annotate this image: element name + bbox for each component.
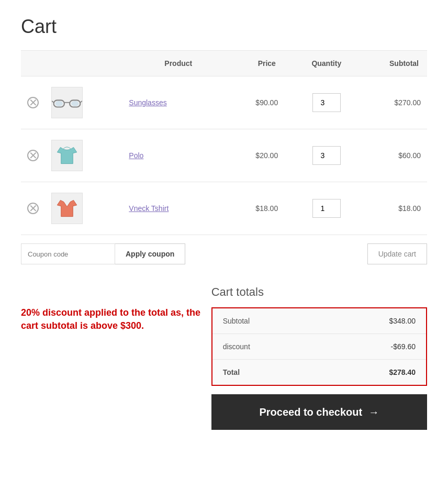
- quantity-input-sunglasses[interactable]: [312, 93, 341, 112]
- table-row: ✕ Polo $20.00 $60.00: [21, 129, 427, 182]
- discount-label: discount: [223, 342, 250, 351]
- table-row: ✕ Vneck Tshirt $18.00 $18.00: [21, 182, 427, 235]
- coupon-input[interactable]: [21, 243, 115, 264]
- price-cell-sunglasses: $90.00: [240, 76, 294, 129]
- col-product-header: Product: [122, 51, 240, 76]
- total-value: $278.40: [389, 368, 416, 376]
- subtotal-cell-sunglasses: $270.00: [359, 76, 427, 129]
- page-title: Cart: [21, 16, 427, 38]
- table-header-row: Product Price Quantity Subtotal: [21, 51, 427, 76]
- checkout-arrow: →: [368, 406, 379, 418]
- checkout-button[interactable]: Proceed to checkout →: [211, 394, 427, 430]
- col-subtotal-header: Subtotal: [359, 51, 427, 76]
- totals-box: Subtotal $348.00 discount -$69.60 Total …: [211, 307, 427, 386]
- quantity-cell-polo: [294, 129, 359, 182]
- product-thumbnail-polo: [51, 140, 83, 171]
- checkout-label: Proceed to checkout: [259, 406, 362, 418]
- remove-button-polo[interactable]: ✕: [27, 150, 39, 161]
- product-thumbnail-vneck-tshirt: [51, 193, 83, 224]
- coupon-left: Apply coupon: [21, 243, 185, 264]
- remove-button-vneck-tshirt[interactable]: ✕: [27, 203, 39, 214]
- apply-coupon-button[interactable]: Apply coupon: [115, 243, 185, 264]
- table-row: ✕ Sunglasses $90.00 $270.00: [21, 76, 427, 129]
- subtotal-label: Subtotal: [223, 317, 250, 325]
- quantity-cell-sunglasses: [294, 76, 359, 129]
- discount-value: -$69.60: [391, 342, 416, 351]
- subtotal-row: Subtotal $348.00: [212, 308, 426, 334]
- col-remove-header: [21, 51, 45, 76]
- product-link-vneck-tshirt[interactable]: Vneck Tshirt: [129, 204, 169, 213]
- price-cell-polo: $20.00: [240, 129, 294, 182]
- update-cart-button[interactable]: Update cart: [367, 243, 427, 264]
- price-cell-vneck-tshirt: $18.00: [240, 182, 294, 235]
- subtotal-cell-vneck-tshirt: $18.00: [359, 182, 427, 235]
- subtotal-value: $348.00: [389, 317, 416, 325]
- cart-totals-section: Cart totals Subtotal $348.00 discount -$…: [211, 285, 427, 430]
- total-label: Total: [223, 368, 240, 376]
- discount-row: discount -$69.60: [212, 334, 426, 360]
- product-link-sunglasses[interactable]: Sunglasses: [129, 98, 166, 107]
- svg-point-5: [55, 101, 63, 106]
- quantity-cell-vneck-tshirt: [294, 182, 359, 235]
- product-thumbnail-sunglasses: [51, 87, 83, 118]
- product-name-cell: Vneck Tshirt: [122, 182, 240, 235]
- cart-table: Product Price Quantity Subtotal ✕: [21, 50, 427, 235]
- product-link-polo[interactable]: Polo: [129, 151, 143, 160]
- subtotal-cell-polo: $60.00: [359, 129, 427, 182]
- thumb-cell: [45, 76, 122, 129]
- product-name-cell: Sunglasses: [122, 76, 240, 129]
- quantity-input-vneck-tshirt[interactable]: [312, 199, 341, 218]
- svg-point-6: [71, 101, 79, 106]
- thumb-cell: [45, 182, 122, 235]
- svg-line-3: [52, 101, 54, 102]
- remove-button-sunglasses[interactable]: ✕: [27, 97, 39, 108]
- svg-line-4: [80, 101, 82, 102]
- quantity-input-polo[interactable]: [312, 146, 341, 165]
- cart-totals-title: Cart totals: [211, 285, 427, 299]
- coupon-row: Apply coupon Update cart: [21, 243, 427, 269]
- remove-cell: ✕: [21, 76, 45, 129]
- discount-message: 20% discount applied to the total as, th…: [21, 285, 201, 430]
- col-thumb-header: [45, 51, 122, 76]
- total-row: Total $278.40: [212, 360, 426, 385]
- col-price-header: Price: [240, 51, 294, 76]
- thumb-cell: [45, 129, 122, 182]
- col-quantity-header: Quantity: [294, 51, 359, 76]
- product-name-cell: Polo: [122, 129, 240, 182]
- remove-cell: ✕: [21, 129, 45, 182]
- bottom-section: 20% discount applied to the total as, th…: [21, 285, 427, 430]
- remove-cell: ✕: [21, 182, 45, 235]
